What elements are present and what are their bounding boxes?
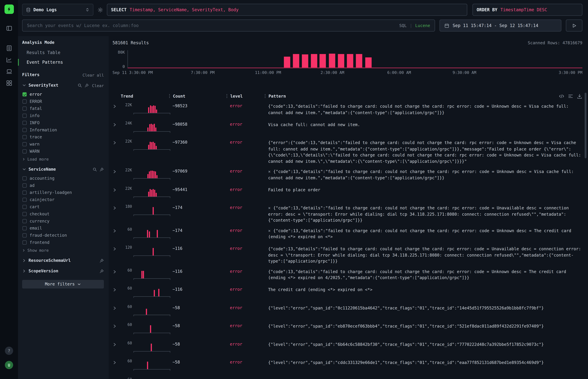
source-select[interactable]: Demo Logs xyxy=(22,4,93,16)
download-icon[interactable] xyxy=(577,93,582,99)
histogram-bar[interactable] xyxy=(338,54,344,67)
column-header-count[interactable]: Count xyxy=(173,94,185,98)
chevron-right-icon[interactable] xyxy=(22,269,26,273)
table-row[interactable]: 60~116errorThe credit card (ending <*> e… xyxy=(112,284,582,302)
filter-option-cainjector[interactable]: cainjector xyxy=(22,196,104,203)
expand-row-icon[interactable] xyxy=(112,378,121,379)
sparkline-chart[interactable] xyxy=(134,341,170,351)
column-resize-handle[interactable] xyxy=(227,94,227,98)
checkbox[interactable] xyxy=(22,121,27,125)
filter-option-warn[interactable]: warn xyxy=(22,141,104,148)
filter-option-fatal[interactable]: fatal xyxy=(22,105,104,112)
filter-option-INFO[interactable]: INFO xyxy=(22,119,104,126)
exclude-icon[interactable]: × xyxy=(268,205,271,210)
checkbox[interactable] xyxy=(22,114,27,118)
filter-option-currency[interactable]: currency xyxy=(22,218,104,225)
order-by-input[interactable]: ORDER BYTimestampTime DESC xyxy=(472,4,582,16)
sidebar-toggle-icon[interactable] xyxy=(4,23,14,33)
histogram-bar[interactable] xyxy=(284,57,290,67)
logs-icon[interactable] xyxy=(4,43,14,53)
checkbox[interactable] xyxy=(22,128,27,132)
histogram-bar[interactable] xyxy=(329,54,335,67)
pin-icon[interactable] xyxy=(99,258,104,263)
sparkline-chart[interactable] xyxy=(134,205,170,215)
table-row[interactable]: 120~116error{"code":13,"details":"failed… xyxy=(112,243,582,266)
checkbox[interactable] xyxy=(22,176,27,180)
filter-option-ERROR[interactable]: ERROR xyxy=(22,98,104,105)
sparkline-chart[interactable] xyxy=(134,323,170,333)
expand-row-icon[interactable] xyxy=(112,305,121,310)
histogram-bar[interactable] xyxy=(311,54,318,67)
expand-row-icon[interactable] xyxy=(112,268,121,274)
app-logo[interactable] xyxy=(4,4,14,14)
exclude-icon[interactable]: × xyxy=(268,169,271,174)
checkbox[interactable] xyxy=(22,212,27,216)
severity-clear-button[interactable]: Clear xyxy=(92,83,104,88)
expand-row-icon[interactable] xyxy=(112,121,121,127)
table-row[interactable]: 22K~97360error{"error":{"code":13,"detai… xyxy=(112,137,582,166)
expand-row-icon[interactable] xyxy=(112,169,121,174)
expand-row-icon[interactable] xyxy=(112,246,121,251)
chevron-down-icon[interactable] xyxy=(22,83,26,87)
sparkline-chart[interactable] xyxy=(134,305,170,315)
expand-row-icon[interactable] xyxy=(112,287,121,292)
table-row[interactable]: 60~58error{"level":"error","span_id":"cd… xyxy=(112,357,582,375)
checkbox[interactable] xyxy=(22,240,27,245)
chevron-right-icon[interactable] xyxy=(22,258,26,263)
checkbox[interactable] xyxy=(22,219,27,223)
table-row[interactable]: 60~58error{"level":"error","span_id":"0c… xyxy=(112,302,582,320)
histogram-plot[interactable] xyxy=(127,50,582,68)
sparkline-chart[interactable] xyxy=(134,227,170,237)
pin-icon[interactable] xyxy=(99,167,104,172)
expand-row-icon[interactable] xyxy=(112,227,121,233)
sparkline-chart[interactable] xyxy=(134,187,170,197)
checkbox[interactable] xyxy=(22,184,27,188)
run-query-button[interactable] xyxy=(566,20,582,32)
checkbox[interactable] xyxy=(22,233,27,237)
help-button[interactable]: ? xyxy=(5,347,13,355)
column-resize-handle[interactable] xyxy=(169,94,170,98)
checkbox[interactable] xyxy=(22,190,27,195)
sparkline-chart[interactable] xyxy=(134,121,170,131)
sparkline-chart[interactable] xyxy=(134,268,170,279)
sparkline-chart[interactable] xyxy=(134,140,170,150)
table-row[interactable]: 180~174error×{"code":13,"details":"faile… xyxy=(112,202,582,225)
sparkline-chart[interactable] xyxy=(134,287,170,297)
filter-option-email[interactable]: email xyxy=(22,225,104,232)
filter-option-fraud-detection[interactable]: fraud-detection xyxy=(22,232,104,239)
column-resize-handle[interactable] xyxy=(265,94,265,98)
line-wrap-icon[interactable] xyxy=(568,93,573,99)
expand-row-icon[interactable] xyxy=(112,323,121,328)
expand-row-icon[interactable] xyxy=(112,341,121,347)
service-show-more[interactable]: Show more xyxy=(22,248,104,253)
checkbox[interactable] xyxy=(22,92,27,96)
checkbox[interactable] xyxy=(22,205,27,209)
sparkline-chart[interactable] xyxy=(134,246,170,256)
exclude-icon[interactable]: × xyxy=(268,228,271,233)
checkbox[interactable] xyxy=(22,99,27,103)
filter-option-info[interactable]: info xyxy=(22,112,104,119)
filter-option-error[interactable]: error xyxy=(22,91,104,98)
scope-version-section[interactable]: ScopeVersion xyxy=(22,268,104,273)
pin-icon[interactable] xyxy=(85,83,89,88)
table-row[interactable]: 60~174error×{"code":13,"details":"failed… xyxy=(112,225,582,243)
expand-row-icon[interactable] xyxy=(112,103,121,109)
search-icon[interactable] xyxy=(78,83,82,88)
filter-option-Information[interactable]: Information xyxy=(22,126,104,134)
histogram-bar[interactable] xyxy=(320,54,326,67)
table-row[interactable]: 60~58error{"level":"error","span_id":"eb… xyxy=(112,320,582,339)
column-header-level[interactable]: level xyxy=(230,94,243,98)
column-header-pattern[interactable]: Pattern xyxy=(268,94,286,98)
sessions-icon[interactable] xyxy=(4,66,14,77)
search-bar[interactable]: SQL | Lucene xyxy=(22,20,435,32)
filter-option-checkout[interactable]: checkout xyxy=(22,210,104,218)
table-row[interactable]: 22K~97069error×{"code":13,"details":"fai… xyxy=(112,166,582,184)
search-icon[interactable] xyxy=(93,167,97,172)
analysis-mode-event-patterns[interactable]: Event Patterns xyxy=(22,58,104,66)
histogram-bar[interactable] xyxy=(347,54,353,67)
search-input[interactable] xyxy=(27,23,396,28)
histogram-bar[interactable] xyxy=(365,57,371,68)
column-header-trend[interactable]: Trend xyxy=(121,94,133,98)
clear-all-filters-button[interactable]: Clear all xyxy=(82,73,104,77)
chevron-down-icon[interactable] xyxy=(22,167,26,171)
